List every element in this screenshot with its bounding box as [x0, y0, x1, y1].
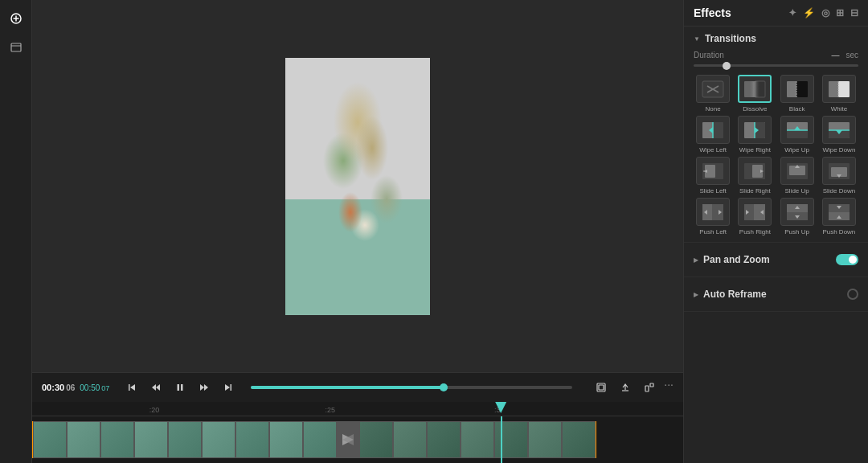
transition-none[interactable]: None — [694, 75, 732, 113]
svg-marker-5 — [130, 384, 135, 391]
transition-black-thumb — [780, 75, 814, 103]
ruler-mark-20: :20 — [149, 406, 160, 414]
transition-push-up-thumb — [780, 198, 814, 226]
transition-slide-up-label: Slide Up — [785, 187, 809, 195]
transition-dissolve[interactable]: Dissolve — [735, 75, 774, 113]
transition-slide-down-label: Slide Down — [823, 187, 855, 195]
clip-thumb — [528, 421, 562, 458]
transition-wipe-left[interactable]: Wipe Left — [694, 116, 732, 154]
auto-reframe-toggle[interactable] — [847, 289, 858, 300]
playback-bar: 00:30 06 00:50 07 — [32, 372, 683, 402]
svg-rect-69 — [744, 204, 755, 220]
overflow-menu-button[interactable]: ··· — [664, 378, 674, 397]
transition-push-right-thumb — [738, 198, 772, 226]
media-icon[interactable] — [4, 35, 28, 59]
svg-rect-31 — [829, 81, 838, 97]
transition-wipe-up[interactable]: Wipe Up — [778, 116, 817, 154]
transition-wipe-up-label: Wipe Up — [784, 146, 809, 154]
pan-zoom-chevron: ▶ — [694, 256, 698, 264]
transition-black-label: Black — [789, 105, 805, 113]
total-frame: 07 — [101, 384, 109, 392]
svg-rect-6 — [129, 384, 130, 391]
transition-slide-right[interactable]: Slide Right — [735, 157, 774, 195]
transition-push-left[interactable]: Push Left — [694, 198, 732, 236]
svg-marker-11 — [200, 384, 204, 391]
auto-reframe-chevron: ▶ — [694, 291, 698, 298]
transition-push-down[interactable]: Push Down — [820, 198, 858, 236]
transition-push-up[interactable]: Push Up — [778, 198, 817, 236]
auto-reframe-header[interactable]: ▶ Auto Reframe — [694, 289, 767, 300]
clip-thumb — [494, 421, 528, 458]
svg-rect-10 — [181, 384, 183, 391]
duration-slider-thumb[interactable] — [723, 62, 731, 70]
panel-color-icon[interactable]: ◎ — [821, 7, 829, 18]
clip-thumb — [100, 421, 134, 458]
auto-reframe-row: ▶ Auto Reframe — [694, 284, 858, 305]
export-button[interactable] — [616, 378, 635, 397]
transition-none-label: None — [706, 105, 721, 113]
panel-layout-icon[interactable]: ⊞ — [836, 7, 844, 18]
auto-reframe-section: ▶ Auto Reframe — [684, 277, 868, 312]
panel-effects-icon[interactable]: ⚡ — [803, 7, 815, 18]
transition-slide-left[interactable]: Slide Left — [694, 157, 732, 195]
transition-white[interactable]: White — [820, 75, 858, 113]
timeline-area: :20 :25 :3 — [32, 402, 683, 463]
pan-zoom-toggle[interactable] — [836, 254, 858, 265]
transition-slide-down-thumb — [822, 157, 856, 185]
right-controls: ··· — [592, 378, 674, 397]
share-button[interactable] — [640, 378, 659, 397]
panel-title: Effects — [694, 6, 731, 19]
svg-rect-29 — [796, 81, 808, 97]
transition-wipe-up-thumb — [780, 116, 814, 144]
transition-slide-left-thumb — [696, 157, 730, 185]
svg-marker-8 — [152, 384, 156, 391]
svg-rect-64 — [702, 204, 713, 220]
transition-slide-up-thumb — [780, 157, 814, 185]
panel-magic-icon[interactable]: ✦ — [788, 7, 796, 18]
timeline-track[interactable] — [32, 416, 683, 463]
playback-controls — [122, 378, 238, 397]
transition-wipe-down[interactable]: Wipe Down — [820, 116, 858, 154]
transition-slide-down[interactable]: Slide Down — [820, 157, 858, 195]
duration-row: Duration — sec — [694, 51, 858, 59]
pan-zoom-row: ▶ Pan and Zoom — [694, 249, 858, 270]
transition-push-left-label: Push Left — [699, 228, 727, 236]
skip-to-end-button[interactable] — [219, 378, 238, 397]
clip-thumb — [461, 421, 494, 458]
transition-wipe-down-label: Wipe Down — [822, 146, 855, 154]
left-toolbar — [0, 0, 32, 463]
transition-black[interactable]: Black — [778, 75, 817, 113]
rewind-button[interactable] — [146, 378, 166, 397]
panel-crop-icon[interactable]: ⊟ — [850, 7, 858, 18]
pan-zoom-toggle-knob — [849, 256, 857, 264]
pan-zoom-header[interactable]: ▶ Pan and Zoom — [694, 254, 770, 265]
skip-to-start-button[interactable] — [122, 378, 141, 397]
panel-header: Effects ✦ ⚡ ◎ ⊞ ⊟ — [684, 0, 868, 27]
transition-wipe-right[interactable]: Wipe Right — [735, 116, 774, 154]
add-icon[interactable] — [4, 6, 28, 31]
pause-button[interactable] — [170, 378, 190, 397]
transition-marker — [337, 421, 359, 458]
duration-slider[interactable] — [694, 64, 858, 67]
clip-thumb — [168, 421, 202, 458]
clip-thumb — [562, 421, 596, 458]
svg-rect-9 — [178, 384, 180, 391]
current-time: 00:30 — [42, 383, 64, 392]
fullscreen-button[interactable] — [592, 378, 611, 397]
progress-bar[interactable] — [251, 386, 572, 389]
clip-thumb — [393, 421, 427, 458]
transition-push-right[interactable]: Push Right — [735, 198, 774, 236]
transitions-title: Transitions — [705, 33, 756, 44]
clip-thumb — [235, 421, 269, 458]
transition-none-thumb — [696, 75, 730, 103]
fast-forward-button[interactable] — [194, 378, 214, 397]
svg-rect-32 — [838, 81, 850, 97]
transitions-header[interactable]: ▼ Transitions — [694, 33, 858, 44]
transition-dissolve-label: Dissolve — [743, 105, 767, 113]
clip-thumb — [269, 421, 303, 458]
transition-push-left-thumb — [696, 198, 730, 226]
transition-push-down-label: Push Down — [822, 228, 855, 236]
transition-slide-up[interactable]: Slide Up — [778, 157, 817, 195]
transition-dissolve-thumb — [738, 75, 772, 103]
svg-rect-16 — [599, 385, 604, 390]
